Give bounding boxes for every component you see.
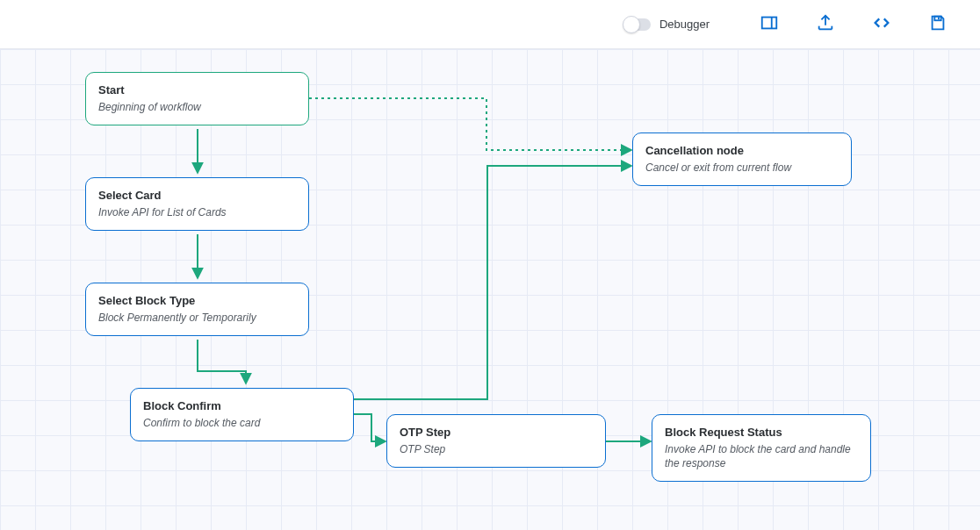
debugger-toggle[interactable]: Debugger xyxy=(624,18,710,31)
node-title: Start xyxy=(98,83,296,97)
node-select-block-type[interactable]: Select Block Type Block Permanently or T… xyxy=(85,283,309,336)
node-subtitle: Confirm to block the card xyxy=(143,416,341,430)
toggle-knob xyxy=(623,16,640,33)
node-block-request-status[interactable]: Block Request Status Invoke API to block… xyxy=(652,414,871,482)
code-icon xyxy=(872,13,891,36)
node-select-card[interactable]: Select Card Invoke API for List of Cards xyxy=(85,177,309,231)
node-title: Select Card xyxy=(98,189,296,202)
svg-rect-0 xyxy=(762,17,777,28)
node-block-confirm[interactable]: Block Confirm Confirm to block the card xyxy=(130,388,354,441)
layout-button[interactable] xyxy=(748,7,790,42)
node-subtitle: Cancel or exit from current flow xyxy=(645,161,839,175)
node-cancellation[interactable]: Cancellation node Cancel or exit from cu… xyxy=(632,132,852,186)
toggle-track xyxy=(624,18,651,31)
node-subtitle: Block Permanently or Temporarily xyxy=(98,311,296,325)
node-subtitle: Invoke API to block the card and handle … xyxy=(665,442,858,470)
node-title: Block Confirm xyxy=(143,399,341,412)
node-title: Select Block Type xyxy=(98,294,296,307)
node-subtitle: Beginning of workflow xyxy=(98,100,296,114)
workflow-canvas[interactable]: Start Beginning of workflow Select Card … xyxy=(0,49,980,530)
node-title: Cancellation node xyxy=(645,144,839,157)
debugger-label: Debugger xyxy=(659,18,710,31)
layout-icon xyxy=(760,13,779,36)
save-button[interactable] xyxy=(917,7,959,42)
export-button[interactable] xyxy=(804,7,847,42)
node-start[interactable]: Start Beginning of workflow xyxy=(85,72,309,125)
node-title: Block Request Status xyxy=(665,426,858,439)
node-subtitle: Invoke API for List of Cards xyxy=(98,205,296,219)
upload-icon xyxy=(816,13,835,36)
toolbar: Debugger xyxy=(0,0,980,49)
node-subtitle: OTP Step xyxy=(400,442,593,456)
node-title: OTP Step xyxy=(400,426,593,439)
node-otp-step[interactable]: OTP Step OTP Step xyxy=(386,414,606,468)
code-button[interactable] xyxy=(861,7,903,42)
save-icon xyxy=(928,13,948,36)
